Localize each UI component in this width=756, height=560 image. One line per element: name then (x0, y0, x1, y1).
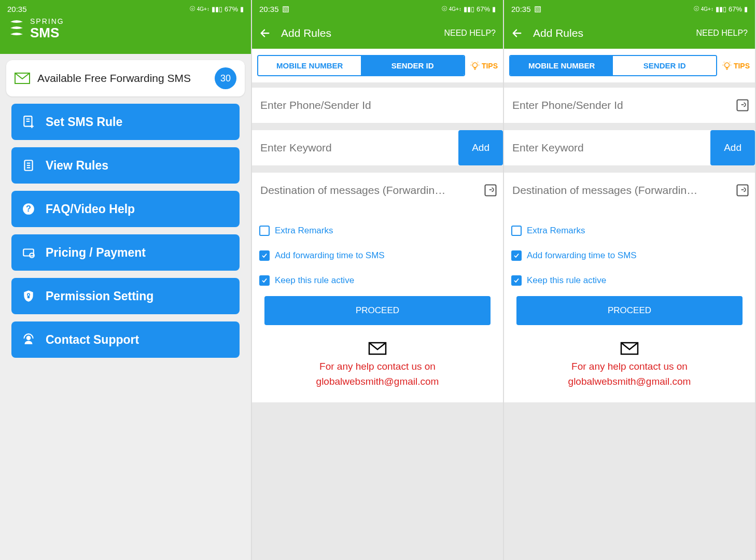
tab-mobile-number[interactable]: MOBILE NUMBER (258, 56, 361, 75)
checkbox-checked-icon (259, 250, 270, 261)
envelope-icon (15, 73, 30, 84)
tab-sender-id[interactable]: SENDER ID (613, 56, 716, 75)
help-email: globalwebsmith@gmail.com (262, 374, 493, 389)
check-label: Keep this rule active (275, 275, 354, 286)
contacts-icon[interactable] (483, 183, 498, 198)
need-help-button[interactable]: NEED HELP? (444, 29, 496, 38)
contacts-icon[interactable] (735, 98, 750, 113)
payment-icon (22, 246, 35, 259)
menu-permission[interactable]: Permission Setting (11, 278, 240, 314)
question-icon: ? (22, 202, 35, 216)
logo-area: SPRING SMS (0, 18, 251, 54)
battery-text: 67% (225, 5, 238, 13)
tab-row: MOBILE NUMBER SENDER ID TIPS (504, 49, 755, 82)
rule-add-icon (22, 115, 35, 129)
proceed-button[interactable]: PROCEED (264, 296, 491, 325)
lightbulb-icon (470, 61, 480, 71)
shield-lock-icon (22, 289, 35, 303)
proceed-button[interactable]: PROCEED (516, 296, 743, 325)
battery-icon: ▮ (492, 5, 496, 13)
back-icon[interactable] (259, 27, 271, 39)
envelope-icon (620, 342, 639, 355)
picture-icon: ▧ (282, 4, 289, 13)
menu-faq[interactable]: ? FAQ/Video Help (11, 191, 240, 227)
battery-icon: ▮ (744, 5, 748, 13)
screen-add-rules-mobile: 20:35 ▧ ⦾ 4G+↕ ▮▮▯ 67% ▮ Add Rules NEED … (252, 0, 504, 560)
check-forwarding-time[interactable]: Add forwarding time to SMS (259, 243, 496, 268)
svg-text:?: ? (26, 204, 31, 213)
status-time: 20:35 (511, 5, 531, 13)
menu-set-sms-rule[interactable]: Set SMS Rule (11, 104, 240, 140)
battery-text: 67% (477, 5, 490, 13)
menu-support[interactable]: Contact Support (11, 321, 240, 358)
status-bar: 20:35 ▧ ⦾ 4G+↕ ▮▮▯ 67% ▮ (504, 0, 755, 18)
card-free-sms[interactable]: Available Free Forwarding SMS 30 (6, 60, 245, 96)
check-label: Keep this rule active (527, 275, 606, 286)
status-time: 20:35 (259, 5, 279, 13)
status-time: 20:35 (7, 5, 27, 13)
check-extra-remarks[interactable]: Extra Remarks (259, 218, 496, 243)
battery-icon: ▮ (240, 5, 244, 13)
signal-icon: ▮▮▯ (212, 5, 222, 13)
signal-icon: ▮▮▯ (716, 5, 726, 13)
check-label: Add forwarding time to SMS (275, 250, 385, 261)
phone-field-block (252, 88, 503, 123)
tips-label: TIPS (734, 62, 750, 70)
help-email: globalwebsmith@gmail.com (514, 374, 745, 389)
svg-point-13 (26, 335, 31, 340)
destination-input[interactable] (252, 173, 503, 208)
keyword-input[interactable] (504, 130, 710, 165)
network-icon: 4G+↕ (701, 6, 713, 12)
checkbox-icon (259, 226, 270, 236)
checkbox-icon (511, 226, 522, 236)
add-keyword-button[interactable]: Add (458, 130, 503, 165)
screen-title: Add Rules (281, 27, 433, 39)
spring-logo-icon (7, 18, 26, 39)
check-keep-active[interactable]: Keep this rule active (511, 268, 748, 293)
menu-pricing[interactable]: Pricing / Payment (11, 234, 240, 271)
status-bar: 20:35 ▧ ⦾ 4G+↕ ▮▮▯ 67% ▮ (252, 0, 503, 18)
phone-sender-input[interactable] (504, 88, 755, 123)
tips-button[interactable]: TIPS (717, 61, 750, 71)
screen-add-rules-sender: 20:35 ▧ ⦾ 4G+↕ ▮▮▯ 67% ▮ Add Rules NEED … (504, 0, 756, 560)
check-label: Extra Remarks (527, 226, 585, 236)
hotspot-icon: ⦾ (190, 5, 195, 13)
keyword-row: Add (252, 130, 503, 165)
svg-rect-19 (737, 185, 748, 196)
check-label: Add forwarding time to SMS (527, 250, 637, 261)
menu-label: Permission Setting (46, 289, 153, 303)
phone-sender-input[interactable] (252, 88, 503, 123)
check-extra-remarks[interactable]: Extra Remarks (511, 218, 748, 243)
card-free-count: 30 (215, 67, 236, 89)
check-label: Extra Remarks (275, 226, 333, 236)
keyword-input[interactable] (252, 130, 458, 165)
screen-home: 20:35 ⦾ 4G+↕ ▮▮▯ 67% ▮ SPRING SMS (0, 0, 252, 560)
check-keep-active[interactable]: Keep this rule active (259, 268, 496, 293)
check-forwarding-time[interactable]: Add forwarding time to SMS (511, 243, 748, 268)
menu-label: Set SMS Rule (46, 115, 122, 129)
svg-rect-15 (485, 185, 496, 196)
list-icon (22, 159, 35, 172)
hotspot-icon: ⦾ (442, 5, 447, 13)
destination-input[interactable] (504, 173, 755, 208)
check-list: Extra Remarks Add forwarding time to SMS… (504, 208, 755, 334)
signal-icon: ▮▮▯ (464, 5, 474, 13)
add-keyword-button[interactable]: Add (710, 130, 755, 165)
menu-view-rules[interactable]: View Rules (11, 147, 240, 184)
hotspot-icon: ⦾ (694, 5, 699, 13)
svg-point-17 (724, 63, 729, 67)
picture-icon: ▧ (534, 4, 541, 13)
menu-label: View Rules (46, 159, 108, 173)
back-icon[interactable] (511, 27, 523, 39)
need-help-button[interactable]: NEED HELP? (696, 29, 748, 38)
tips-button[interactable]: TIPS (465, 61, 498, 71)
svg-rect-12 (27, 296, 30, 298)
support-agent-icon (22, 333, 35, 346)
destination-field-block (504, 173, 755, 208)
contacts-icon[interactable] (735, 183, 750, 198)
destination-field-block (252, 173, 503, 208)
battery-text: 67% (729, 5, 742, 13)
lightbulb-icon (722, 61, 732, 71)
tab-mobile-number[interactable]: MOBILE NUMBER (510, 56, 613, 75)
tab-sender-id[interactable]: SENDER ID (361, 56, 464, 75)
